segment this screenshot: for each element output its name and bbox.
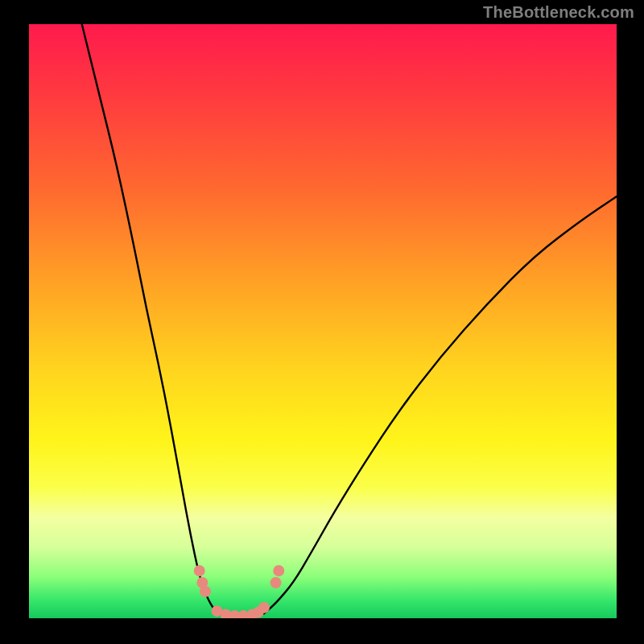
watermark-text: TheBottleneck.com	[483, 3, 634, 22]
valley-marker	[273, 565, 284, 576]
valley-marker	[270, 577, 282, 588]
valley-marker	[258, 602, 270, 613]
curve-path	[82, 24, 617, 617]
bottleneck-curve	[29, 24, 617, 618]
valley-marker	[194, 565, 205, 576]
valley-marker	[200, 586, 211, 597]
plot-area	[29, 24, 617, 618]
chart-frame: TheBottleneck.com	[0, 0, 644, 644]
